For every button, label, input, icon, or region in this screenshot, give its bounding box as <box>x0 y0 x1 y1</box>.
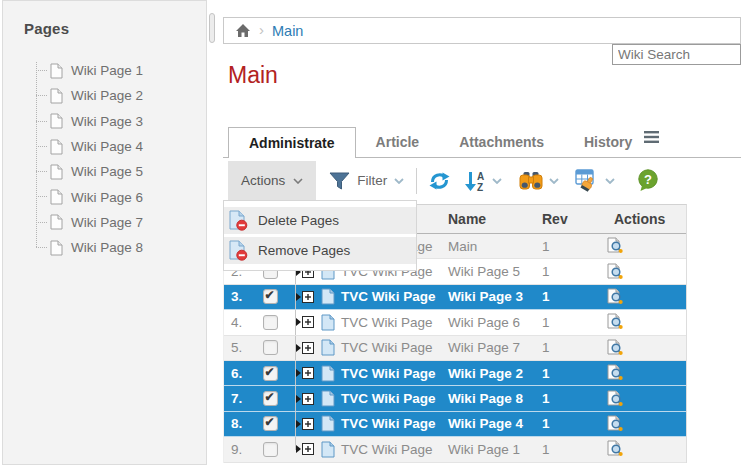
table-row[interactable]: 5. TVC Wiki Page <box>224 336 686 361</box>
breadcrumb: › Main <box>223 17 741 44</box>
row-rev: 1 <box>540 416 580 431</box>
expand-toggle-icon[interactable] <box>296 342 315 354</box>
expand-toggle-icon[interactable] <box>296 418 315 430</box>
preview-page-icon[interactable] <box>606 390 624 408</box>
expand-toggle-icon[interactable] <box>296 393 315 405</box>
row-checkbox[interactable] <box>263 289 278 304</box>
tree-item-wiki-page[interactable]: Wiki Page 5 <box>28 159 143 184</box>
tab-label: Attachments <box>459 134 544 150</box>
find-options-chevron-icon[interactable] <box>549 178 559 184</box>
chevron-down-icon <box>394 178 404 184</box>
wiki-page-icon <box>321 288 335 305</box>
remove-page-icon <box>229 210 248 231</box>
tree-item-wiki-page[interactable]: Wiki Page 4 <box>28 134 143 159</box>
sort-az-icon[interactable]: A Z <box>464 170 487 192</box>
breadcrumb-separator: › <box>259 21 264 38</box>
table-row[interactable]: 9. TVC Wiki Page <box>224 437 686 462</box>
row-checkbox[interactable] <box>263 340 278 355</box>
wiki-search-input[interactable] <box>612 44 741 65</box>
table-row[interactable]: 4. TVC Wiki Page <box>224 310 686 335</box>
row-number: 6. <box>224 366 254 381</box>
breadcrumb-link-main[interactable]: Main <box>272 23 303 39</box>
tree-item-wiki-page[interactable]: Wiki Page 3 <box>28 109 143 134</box>
filter-button[interactable]: Filter <box>329 172 404 190</box>
tree-item-wiki-page[interactable]: Wiki Page 2 <box>28 83 143 108</box>
row-number: 9. <box>224 442 254 457</box>
column-header-actions[interactable]: Actions <box>580 211 688 227</box>
column-header-name[interactable]: Name <box>446 211 540 227</box>
preview-page-icon[interactable] <box>606 288 624 306</box>
page-icon <box>50 189 63 205</box>
row-checkbox[interactable] <box>263 391 278 406</box>
remove-page-icon <box>229 240 248 261</box>
row-rev: 1 <box>540 239 580 254</box>
table-row[interactable]: 7. TVC Wiki Page <box>224 386 686 411</box>
table-row[interactable]: 3. TVC Wiki Page <box>224 285 686 310</box>
column-select-icon[interactable] <box>575 169 600 192</box>
help-icon[interactable]: ? <box>637 169 659 192</box>
actions-button-label: Actions <box>241 173 285 188</box>
row-number: 4. <box>224 315 254 330</box>
tab[interactable]: Administrate <box>228 127 356 158</box>
row-checkbox[interactable] <box>263 366 278 381</box>
tree-item-wiki-page[interactable]: Wiki Page 1 <box>28 58 143 83</box>
toolbar-separator <box>416 168 417 194</box>
page-icon <box>50 214 63 230</box>
refresh-icon[interactable] <box>427 170 452 192</box>
row-number: 3. <box>224 289 254 304</box>
preview-page-icon[interactable] <box>606 237 624 255</box>
column-header-rev[interactable]: Rev <box>540 211 580 227</box>
tree-item-wiki-page[interactable]: Wiki Page 6 <box>28 184 143 209</box>
filter-button-label: Filter <box>357 173 387 188</box>
row-name: Wiki Page 7 <box>446 340 540 355</box>
actions-button[interactable]: Actions <box>228 161 316 200</box>
table-row[interactable]: 8. TVC Wiki Page <box>224 412 686 437</box>
page-icon <box>50 139 63 155</box>
row-rev: 1 <box>540 315 580 330</box>
row-rev: 1 <box>540 264 580 279</box>
pages-sidebar: Pages Wiki Page 1 Wiki Page 2 <box>2 0 207 465</box>
row-type: TVC Wiki Page <box>341 442 433 457</box>
filter-icon <box>329 172 350 190</box>
tab-label: Article <box>376 134 420 150</box>
tree-item-label: Wiki Page 7 <box>71 215 143 230</box>
preview-page-icon[interactable] <box>606 415 624 433</box>
row-checkbox[interactable] <box>263 315 278 330</box>
actions-menu-item[interactable]: Remove Pages <box>224 237 416 264</box>
row-checkbox[interactable] <box>263 416 278 431</box>
tab[interactable]: Attachments <box>439 127 564 157</box>
preview-page-icon[interactable] <box>606 313 624 331</box>
expand-toggle-icon[interactable] <box>296 367 315 379</box>
binoculars-find-icon[interactable] <box>518 171 544 191</box>
expand-toggle-icon[interactable] <box>296 443 315 455</box>
hamburger-menu-icon[interactable] <box>637 130 666 144</box>
tree-item-label: Wiki Page 8 <box>71 240 143 255</box>
table-row[interactable]: 6. TVC Wiki Page <box>224 361 686 386</box>
home-icon[interactable] <box>235 23 251 38</box>
tree-item-wiki-page[interactable]: Wiki Page 8 <box>28 235 143 260</box>
page-icon <box>50 63 63 79</box>
expand-toggle-icon[interactable] <box>296 316 315 328</box>
main-panel: › Main Main Administrate Article Attachm… <box>215 0 741 465</box>
actions-menu-item[interactable]: Delete Pages <box>224 207 416 234</box>
preview-page-icon[interactable] <box>606 339 624 357</box>
preview-page-icon[interactable] <box>606 263 624 281</box>
row-checkbox[interactable] <box>263 442 278 457</box>
column-options-chevron-icon[interactable] <box>605 178 615 184</box>
wiki-page-icon <box>321 365 335 382</box>
row-name: Main <box>446 239 540 254</box>
row-type: TVC Wiki Page <box>341 315 433 330</box>
row-name: Wiki Page 8 <box>446 391 540 406</box>
tree-item-wiki-page[interactable]: Wiki Page 7 <box>28 210 143 235</box>
chevron-down-icon <box>293 178 303 184</box>
expand-toggle-icon[interactable] <box>296 291 315 303</box>
tree-item-label: Wiki Page 2 <box>71 88 143 103</box>
preview-page-icon[interactable] <box>606 440 624 458</box>
row-rev: 1 <box>540 340 580 355</box>
tab[interactable]: Article <box>356 127 440 157</box>
row-name: Wiki Page 6 <box>446 315 540 330</box>
sort-options-chevron-icon[interactable] <box>492 178 502 184</box>
tree-item-label: Wiki Page 6 <box>71 190 143 205</box>
preview-page-icon[interactable] <box>606 364 624 382</box>
row-type: TVC Wiki Page <box>341 340 433 355</box>
